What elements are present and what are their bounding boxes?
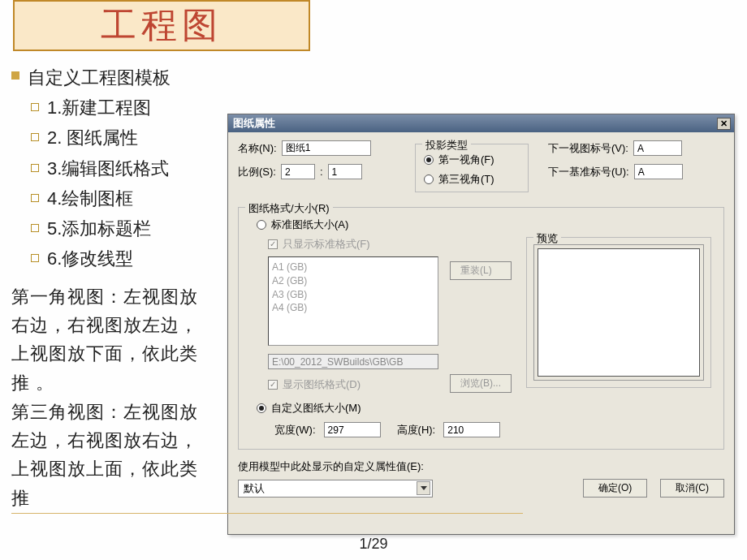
- paragraph-first-angle: 第一角视图：左视图放右边，右视图放左边，上视图放下面，依此类推 。: [11, 282, 214, 397]
- label-first-angle: 第一视角(F): [438, 153, 494, 167]
- subbullet-icon: [31, 164, 39, 172]
- next-datum-input[interactable]: [634, 164, 683, 179]
- dialog-title: 图纸属性: [233, 116, 275, 131]
- scale-colon: :: [320, 166, 323, 178]
- radio-custom-size[interactable]: [257, 403, 266, 413]
- outline-item: 4.绘制图框: [47, 184, 133, 213]
- label-third-angle: 第三视角(T): [438, 172, 494, 187]
- path-input: [268, 354, 438, 369]
- label-custom-size: 自定义图纸大小(M): [271, 401, 361, 416]
- label-next-view: 下一视图标号(V):: [548, 141, 628, 156]
- ok-button[interactable]: 确定(O): [583, 479, 647, 498]
- list-item: A1 (GB): [272, 261, 434, 274]
- subbullet-icon: [31, 194, 39, 202]
- label-next-datum: 下一基准标号(U):: [548, 165, 629, 179]
- height-input[interactable]: [443, 422, 500, 437]
- preview-canvas: [538, 248, 700, 377]
- radio-third-angle[interactable]: [424, 174, 434, 184]
- label-custom-prop: 使用模型中此处显示的自定义属性值(E):: [238, 459, 724, 474]
- list-item: A3 (GB): [272, 288, 434, 302]
- page-number: 1/29: [0, 536, 747, 553]
- close-icon[interactable]: ✕: [717, 118, 731, 130]
- outline-main: 自定义工程图模板: [28, 63, 171, 92]
- subbullet-icon: [31, 133, 39, 141]
- decorative-rule: [11, 513, 523, 514]
- projection-group-label: 投影类型: [422, 138, 471, 153]
- label-only-standard: 只显示标准格式(F): [283, 237, 370, 252]
- width-input[interactable]: [324, 422, 381, 437]
- outline: 自定义工程图模板 1.新建工程图 2. 图纸属性 3.编辑图纸格式 4.绘制图框…: [11, 63, 222, 274]
- subbullet-icon: [31, 224, 39, 232]
- reload-button[interactable]: 重装(L): [450, 261, 512, 280]
- chevron-down-icon: [417, 481, 430, 495]
- checkbox-only-standard[interactable]: [268, 239, 278, 249]
- name-input[interactable]: [282, 140, 371, 156]
- size-listbox[interactable]: A1 (GB) A2 (GB) A3 (GB) A4 (GB): [268, 256, 438, 346]
- outline-item: 1.新建工程图: [47, 93, 151, 122]
- label-standard-size: 标准图纸大小(A): [271, 218, 348, 232]
- list-item: A4 (GB): [272, 301, 434, 315]
- label-scale: 比例(S):: [238, 165, 276, 179]
- sheet-format-group-label: 图纸格式/大小(R): [245, 201, 333, 216]
- combo-value: 默认: [244, 481, 265, 496]
- cancel-button[interactable]: 取消(C): [660, 479, 724, 498]
- next-view-input[interactable]: [633, 140, 682, 156]
- checkbox-show-format[interactable]: [268, 380, 278, 390]
- browse-button[interactable]: 浏览(B)...: [450, 374, 512, 393]
- list-item: A2 (GB): [272, 274, 434, 288]
- slide-title-box: 工程图: [13, 0, 310, 51]
- scale-input-2[interactable]: [328, 164, 362, 179]
- slide-title: 工程图: [101, 2, 222, 50]
- preview-panel: [533, 244, 704, 381]
- subbullet-icon: [31, 103, 39, 111]
- label-width: 宽度(W):: [274, 423, 316, 437]
- paragraph-third-angle: 第三角视图：左视图放左边，右视图放右边，上视图放上面，依此类推: [11, 398, 214, 512]
- scale-input-1[interactable]: [281, 164, 315, 179]
- subbullet-icon: [31, 254, 39, 262]
- outline-item: 2. 图纸属性: [47, 123, 138, 152]
- label-name: 名称(N):: [238, 141, 277, 156]
- outline-item: 3.编辑图纸格式: [47, 154, 169, 183]
- label-height: 高度(H):: [397, 423, 436, 437]
- dialog-titlebar: 图纸属性 ✕: [228, 114, 734, 132]
- outline-item: 6.修改线型: [47, 244, 133, 273]
- sheet-properties-dialog: 图纸属性 ✕ 名称(N): 比例(S): : 投影类型: [227, 114, 735, 535]
- custom-prop-combo[interactable]: 默认: [238, 480, 433, 498]
- radio-first-angle[interactable]: [424, 155, 434, 165]
- radio-standard-size[interactable]: [257, 220, 266, 230]
- bullet-icon: [11, 71, 19, 80]
- outline-item: 5.添加标题栏: [47, 214, 151, 243]
- label-show-format: 显示图纸格式(D): [283, 377, 361, 392]
